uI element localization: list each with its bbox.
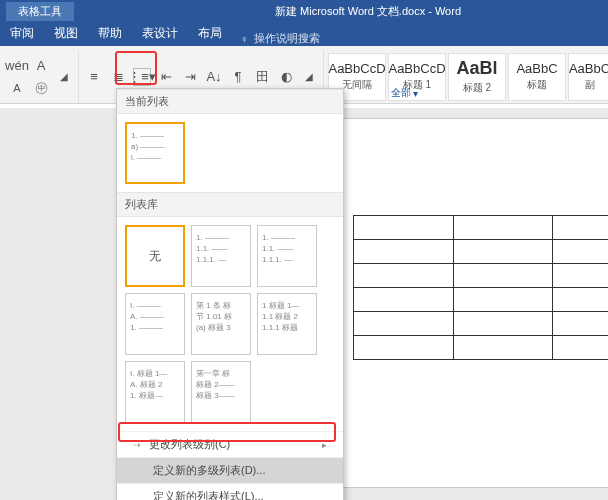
thumb-current[interactable]: 1. ——— a) ——— i. ——— xyxy=(125,122,185,184)
multilevel-list-icon[interactable]: ⋮≡▾ xyxy=(133,68,151,86)
menu-define-new-style[interactable]: 定义新的列表样式(L)... xyxy=(117,483,343,500)
styles-filter[interactable]: 全部▾ xyxy=(391,86,418,100)
bullets-icon[interactable]: ≡ xyxy=(85,68,103,86)
enclose-char-icon[interactable]: ㊥ xyxy=(32,79,50,97)
indent-icon: ⇢ xyxy=(133,440,141,450)
styles-gallery: AaBbCcD 无间隔 AaBbCcD 标题 1 AaBl 标题 2 AaBbC… xyxy=(328,53,608,101)
document-table[interactable] xyxy=(353,215,608,360)
decrease-indent-icon[interactable]: ⇤ xyxy=(157,68,175,86)
tab-layout[interactable]: 布局 xyxy=(188,21,232,46)
chevron-down-icon: ▾ xyxy=(413,88,418,99)
thumb-lib-2[interactable]: 1. ——— 1.1. —— 1.1.1. — xyxy=(257,225,317,287)
thumb-lib-6[interactable]: I. 标题 1— A. 标题 2 1. 标题— xyxy=(125,361,185,423)
section-list-library: 列表库 xyxy=(117,192,343,217)
style-subtitle[interactable]: AaBbC 副 xyxy=(568,53,608,101)
thumb-lib-4[interactable]: 第 1 条 标 节 1.01 标 (a) 标题 3 xyxy=(191,293,251,355)
show-marks-icon[interactable]: ¶ xyxy=(229,68,247,86)
thumb-lib-7[interactable]: 第一章 标 标题 2—— 标题 3—— xyxy=(191,361,251,423)
context-tab-label: 表格工具 xyxy=(6,2,74,21)
thumb-lib-1[interactable]: 1. ——— 1.1. —— 1.1.1. — xyxy=(191,225,251,287)
style-title[interactable]: AaBbC 标题 xyxy=(508,53,566,101)
tab-view[interactable]: 视图 xyxy=(44,21,88,46)
chevron-right-icon: ▸ xyxy=(322,440,327,450)
character-border-icon[interactable]: A xyxy=(8,79,26,97)
tab-help[interactable]: 帮助 xyxy=(88,21,132,46)
section-current-list: 当前列表 xyxy=(117,89,343,114)
document-page xyxy=(300,118,608,488)
ribbon-tabs: 审阅 视图 帮助 表设计 布局 ♀ 操作说明搜索 xyxy=(0,22,608,46)
thumb-none[interactable]: 无 xyxy=(125,225,185,287)
lightbulb-icon: ♀ xyxy=(240,33,248,45)
tell-me[interactable]: ♀ 操作说明搜索 xyxy=(232,31,328,46)
increase-indent-icon[interactable]: ⇥ xyxy=(181,68,199,86)
menu-define-new-multilevel[interactable]: 定义新的多级列表(D)... xyxy=(117,457,343,483)
tab-review[interactable]: 审阅 xyxy=(0,21,44,46)
style-heading2[interactable]: AaBl 标题 2 xyxy=(448,53,506,101)
phonetic-icon[interactable]: wén xyxy=(8,57,26,75)
borders-icon[interactable]: 田 xyxy=(253,68,271,86)
font-expand-icon[interactable]: ◢ xyxy=(56,71,72,82)
thumb-lib-3[interactable]: I. ——— A. ——— 1. ——— xyxy=(125,293,185,355)
sort-icon[interactable]: A↓ xyxy=(205,68,223,86)
menu-change-level[interactable]: ⇢ 更改列表级别(C) ▸ xyxy=(117,431,343,457)
tab-table-design[interactable]: 表设计 xyxy=(132,21,188,46)
multilevel-list-dropdown: 当前列表 1. ——— a) ——— i. ——— 列表库 无 1. ——— 1… xyxy=(116,88,344,500)
shading-icon[interactable]: ◐ xyxy=(277,68,295,86)
paragraph-expand-icon[interactable]: ◢ xyxy=(301,71,317,82)
font-effects-icon[interactable]: A xyxy=(32,57,50,75)
thumb-lib-5[interactable]: 1 标题 1— 1.1 标题 2 1.1.1 标题 xyxy=(257,293,317,355)
document-title: 新建 Microsoft Word 文档.docx - Word xyxy=(134,4,602,19)
numbering-icon[interactable]: ≣ xyxy=(109,68,127,86)
